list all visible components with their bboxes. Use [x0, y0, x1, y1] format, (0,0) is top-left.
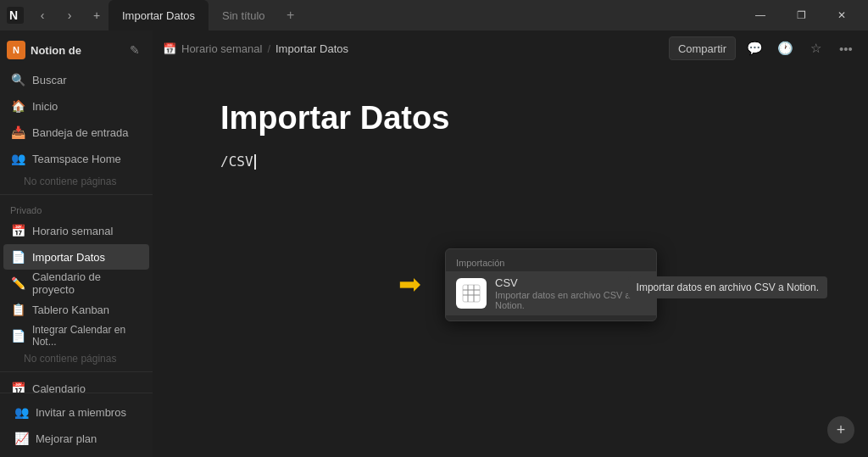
topbar-actions: Compartir 💬 🕐 ☆ ••• [669, 36, 858, 60]
sidebar-item-horario[interactable]: 📅 Horario semanal [3, 218, 149, 243]
page-title: Importar Datos [220, 100, 800, 137]
svg-text:N: N [9, 8, 18, 22]
title-bar: N ‹ › + Importar Datos Sin título + — ❐ … [0, 0, 868, 31]
window-controls: — ❐ ✕ [741, 3, 868, 28]
content-topbar: 📅 Horario semanal / Importar Datos Compa… [153, 31, 868, 66]
command-dropdown: Importación CSV Importar datos en [445, 248, 657, 321]
sidebar-item-home[interactable]: 🏠 Inicio [3, 93, 149, 119]
comment-icon[interactable]: 💬 [743, 36, 766, 60]
integrar-icon: 📄 [10, 329, 25, 343]
sidebar-upgrade-label: Mejorar plan [36, 432, 97, 445]
sidebar-invite-label: Invitar a miembros [36, 406, 126, 419]
sidebar-integrar-label: Integrar Calendar en Not... [32, 324, 142, 348]
arrow-indicator: ➡ [398, 268, 421, 300]
sidebar-item-inbox[interactable]: 📥 Bandeja de entrada [3, 120, 149, 145]
breadcrumb-current: Importar Datos [275, 42, 348, 55]
no-pages-label-1: No contiene páginas [0, 172, 153, 191]
breadcrumb-icon: 📅 [163, 42, 176, 55]
cursor-text: /CSV [220, 153, 253, 170]
cursor-caret [254, 154, 256, 170]
sidebar-cal-label: Calendario [32, 382, 86, 393]
sidebar-horario-label: Horario semanal [32, 225, 113, 237]
home-icon: 🏠 [10, 99, 25, 113]
dropdown-item-csv[interactable]: CSV Importar datos en archivo CSV a Noti… [446, 271, 656, 315]
search-icon: 🔍 [10, 73, 25, 86]
sidebar-bottom: 👥 Invitar a miembros 📈 Mejorar plan [0, 393, 153, 457]
add-tab-button[interactable]: + [279, 3, 303, 27]
title-bar-left: N ‹ › + [0, 3, 108, 27]
sidebar-item-calendario-proyecto[interactable]: ✏️ Calendario de proyecto [3, 270, 149, 296]
upgrade-icon: 📈 [14, 432, 29, 445]
kanban-icon: 📋 [10, 303, 25, 316]
sidebar-calendario-label: Calendario de proyecto [32, 270, 142, 296]
sidebar-item-upgrade[interactable]: 📈 Mejorar plan [7, 426, 146, 451]
sidebar-item-importar[interactable]: 📄 Importar Datos [3, 244, 149, 270]
divider-2 [0, 371, 153, 372]
star-icon[interactable]: ☆ [804, 36, 827, 60]
tab-area: Importar Datos Sin título + [108, 0, 741, 31]
breadcrumb-separator: / [267, 42, 270, 55]
teamspace-icon: 👥 [10, 152, 25, 165]
dropdown-item-text: CSV Importar datos en archivo CSV a Noti… [495, 276, 646, 310]
tab-importar-datos[interactable]: Importar Datos [108, 0, 209, 31]
sidebar-item-kanban[interactable]: 📋 Tablero Kanban [3, 297, 149, 322]
calendar-icon: 📅 [10, 224, 25, 237]
invite-icon: 👥 [14, 405, 29, 419]
more-icon[interactable]: ••• [834, 36, 858, 60]
dropdown-item-title: CSV [495, 276, 646, 289]
pencil-icon: ✏️ [10, 276, 25, 290]
sidebar-teamspace-label: Teamspace Home [32, 153, 121, 165]
sidebar-item-integrar[interactable]: 📄 Integrar Calendar en Not... [3, 323, 149, 348]
importar-icon: 📄 [10, 250, 25, 264]
new-tab-button[interactable]: + [85, 3, 108, 27]
no-pages-label-2: No contiene páginas [0, 349, 153, 368]
sidebar-item-invite[interactable]: 👥 Invitar a miembros [7, 399, 146, 425]
share-button[interactable]: Compartir [669, 36, 736, 60]
sidebar-inbox-label: Bandeja de entrada [32, 126, 128, 139]
sidebar-item-calendario[interactable]: 📅 Calendario [3, 376, 149, 393]
breadcrumb-parent[interactable]: Horario semanal [181, 42, 262, 55]
sidebar-kanban-label: Tablero Kanban [32, 304, 109, 316]
bottom-right-button[interactable]: + [827, 416, 854, 443]
tooltip-box: Importar datos en archivo CSV a Notion. [628, 276, 827, 298]
nav-forward-button[interactable]: › [58, 3, 81, 27]
tab-sin-titulo[interactable]: Sin título [209, 0, 279, 31]
inbox-icon: 📥 [10, 125, 25, 139]
dropdown-section-label: Importación [446, 254, 656, 271]
sidebar-header: N Notion de ✎ [0, 31, 153, 66]
divider-1 [0, 194, 153, 195]
close-button[interactable]: ✕ [822, 3, 861, 28]
section-private-label: Privado [0, 198, 153, 217]
maximize-button[interactable]: ❐ [782, 3, 821, 28]
sidebar-item-teamspace[interactable]: 👥 Teamspace Home [3, 146, 149, 171]
breadcrumb: 📅 Horario semanal / Importar Datos [163, 42, 348, 55]
sidebar-search-label: Buscar [32, 74, 66, 86]
tab-inactive-label: Sin título [222, 9, 265, 22]
sidebar: N Notion de ✎ 🔍 Buscar 🏠 Inicio 📥 Bandej… [0, 31, 153, 457]
page-content: Importar Datos /CSV ➡ Importación [153, 66, 868, 457]
edit-icon[interactable]: ✎ [124, 39, 146, 61]
tab-active-label: Importar Datos [122, 9, 195, 22]
nav-back-button[interactable]: ‹ [31, 3, 54, 27]
workspace-name[interactable]: N Notion de [7, 41, 81, 59]
csv-icon [456, 278, 487, 309]
notion-logo: N [7, 7, 24, 24]
dropdown-item-desc: Importar datos en archivo CSV a Notion. [495, 290, 646, 310]
tooltip-text: Importar datos en archivo CSV a Notion. [637, 281, 819, 293]
svg-rect-2 [463, 285, 480, 302]
page-cursor-line: /CSV [220, 153, 800, 170]
sidebar-home-label: Inicio [32, 100, 58, 113]
sidebar-item-search[interactable]: 🔍 Buscar [3, 67, 149, 92]
content-area: 📅 Horario semanal / Importar Datos Compa… [153, 31, 868, 457]
history-icon[interactable]: 🕐 [773, 36, 797, 60]
sidebar-importar-label: Importar Datos [32, 251, 105, 264]
workspace-icon: N [7, 41, 25, 59]
minimize-button[interactable]: — [741, 3, 780, 28]
workspace-label: Notion de [31, 44, 81, 57]
cal-icon: 📅 [10, 382, 25, 393]
app-body: N Notion de ✎ 🔍 Buscar 🏠 Inicio 📥 Bandej… [0, 31, 868, 457]
sidebar-nav: 🔍 Buscar 🏠 Inicio 📥 Bandeja de entrada 👥… [0, 66, 153, 393]
